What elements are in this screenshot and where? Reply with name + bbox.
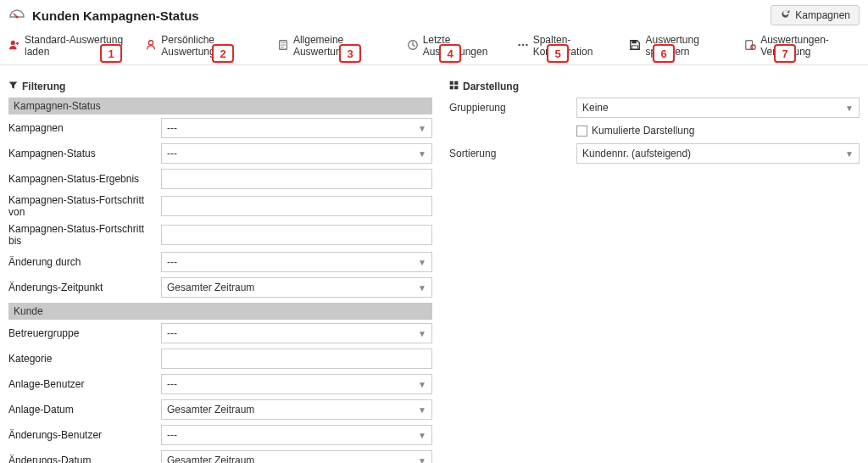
svg-rect-18 xyxy=(450,86,453,89)
select-aenderung-durch[interactable]: ---▼ xyxy=(161,252,432,272)
label-kampagnen: Kampagnen xyxy=(8,122,161,134)
input-ergebnis[interactable] xyxy=(161,169,432,189)
svg-rect-12 xyxy=(632,40,637,43)
dots-icon xyxy=(517,39,529,53)
label-aenderungs-benutzer: Änderungs-Benutzer xyxy=(8,429,161,441)
toolbar-persoenliche[interactable]: Persönliche Auswertungen xyxy=(145,34,262,58)
kampagnen-button[interactable]: Kampagnen xyxy=(771,5,860,25)
label-anlage-datum: Anlage-Datum xyxy=(8,404,161,416)
chevron-down-icon: ▼ xyxy=(418,149,426,159)
label-sortierung: Sortierung xyxy=(449,148,576,159)
refresh-icon xyxy=(780,8,791,22)
callout-6: 6 xyxy=(653,44,675,63)
clock-icon xyxy=(407,39,419,53)
group-kunde: Kunde xyxy=(8,303,432,320)
label-betreuergruppe: Betreuergruppe xyxy=(8,327,161,339)
chevron-down-icon: ▼ xyxy=(418,283,426,293)
darstellung-title: Darstellung xyxy=(463,81,519,92)
callout-3: 3 xyxy=(339,44,361,63)
select-gruppierung[interactable]: Keine▼ xyxy=(576,98,860,118)
toolbar-allgemeine[interactable]: Allgemeine Auswertungen xyxy=(277,34,392,58)
svg-rect-16 xyxy=(450,81,453,85)
svg-point-3 xyxy=(149,40,153,44)
gauge-icon xyxy=(8,8,25,22)
input-fortschritt-bis[interactable] xyxy=(161,225,432,245)
user-icon xyxy=(145,39,157,53)
toolbar-label: Letzte Auswertungen xyxy=(423,34,502,58)
label-kategorie: Kategorie xyxy=(8,353,161,365)
svg-point-11 xyxy=(526,43,528,46)
callout-5: 5 xyxy=(547,44,569,63)
select-sortierung[interactable]: Kundennr. (aufsteigend)▼ xyxy=(576,143,860,164)
filterung-title: Filterung xyxy=(22,81,65,92)
callout-4: 4 xyxy=(439,44,461,63)
filter-icon xyxy=(8,81,18,92)
select-aenderungs-datum[interactable]: Gesamter Zeitraum▼ xyxy=(161,450,432,463)
svg-point-2 xyxy=(11,40,15,44)
callout-2: 2 xyxy=(212,44,234,63)
svg-rect-17 xyxy=(454,81,458,85)
toolbar: Standard-Auswertung laden Persönliche Au… xyxy=(0,29,868,65)
select-aenderungs-benutzer[interactable]: ---▼ xyxy=(161,425,432,445)
chevron-down-icon: ▼ xyxy=(418,124,426,133)
label-aenderung-durch: Änderung durch xyxy=(8,256,161,268)
chevron-down-icon: ▼ xyxy=(418,329,426,338)
user-plus-icon xyxy=(8,39,20,53)
darstellung-header: Darstellung xyxy=(449,81,860,92)
svg-point-9 xyxy=(518,43,520,46)
svg-point-15 xyxy=(751,45,755,49)
chevron-down-icon: ▼ xyxy=(418,456,426,464)
label-fortschritt-von: Kampagnen-Status-Fortschritt von xyxy=(8,194,161,218)
document-icon xyxy=(277,39,289,53)
label-kumuliert: Kumulierte Darstellung xyxy=(592,125,694,137)
toolbar-label: Spalten-Konfiguration xyxy=(533,34,615,58)
chevron-down-icon: ▼ xyxy=(845,149,854,159)
group-kampagnen-status: Kampagnen-Status xyxy=(8,98,432,114)
select-kampagnen[interactable]: ---▼ xyxy=(161,118,432,138)
label-anlage-benutzer: Anlage-Benutzer xyxy=(8,378,161,390)
layout-icon xyxy=(449,81,459,92)
gear-doc-icon xyxy=(744,39,756,53)
select-kampagnen-status[interactable]: ---▼ xyxy=(161,143,432,164)
kampagnen-button-label: Kampagnen xyxy=(795,9,850,21)
svg-point-10 xyxy=(521,43,524,46)
input-kategorie[interactable] xyxy=(161,349,432,369)
toolbar-verwaltung[interactable]: Auswertungen-Verwaltung xyxy=(744,34,860,58)
select-anlage-datum[interactable]: Gesamter Zeitraum▼ xyxy=(161,399,432,420)
label-fortschritt-bis: Kampagnen-Status-Fortschritt bis xyxy=(8,223,161,247)
chevron-down-icon: ▼ xyxy=(418,380,426,389)
chevron-down-icon: ▼ xyxy=(418,258,426,267)
callout-1: 1 xyxy=(100,44,122,63)
input-fortschritt-von[interactable] xyxy=(161,196,432,216)
save-icon xyxy=(629,39,641,53)
toolbar-speichern[interactable]: Auswertung speichern xyxy=(629,34,729,58)
svg-rect-19 xyxy=(454,86,458,89)
page-title: Kunden Kampagnen-Status xyxy=(32,8,199,23)
filterung-header: Filterung xyxy=(8,81,432,92)
chevron-down-icon: ▼ xyxy=(845,103,854,113)
label-gruppierung: Gruppierung xyxy=(449,102,576,114)
checkbox-kumuliert[interactable] xyxy=(576,126,587,137)
chevron-down-icon: ▼ xyxy=(418,431,426,440)
label-aenderungs-datum: Änderungs-Datum xyxy=(8,455,161,463)
select-betreuergruppe[interactable]: ---▼ xyxy=(161,323,432,343)
label-kampagnen-status: Kampagnen-Status xyxy=(8,148,161,159)
label-ergebnis: Kampagnen-Status-Ergebnis xyxy=(8,173,161,185)
select-anlage-benutzer[interactable]: ---▼ xyxy=(161,374,432,394)
label-aenderungs-zeitpunkt: Änderungs-Zeitpunkt xyxy=(8,282,161,293)
select-aenderungs-zeitpunkt[interactable]: Gesamter Zeitraum▼ xyxy=(161,277,432,298)
chevron-down-icon: ▼ xyxy=(418,405,426,415)
callout-7: 7 xyxy=(774,44,796,63)
